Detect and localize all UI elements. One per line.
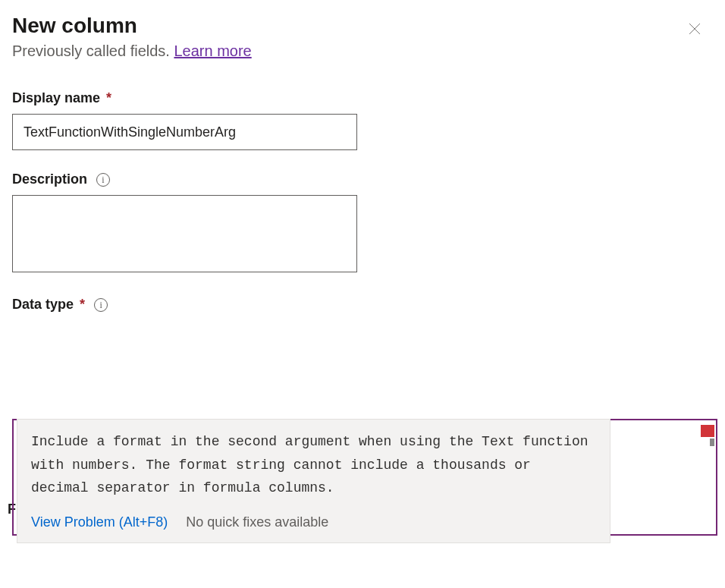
info-icon[interactable]: i — [96, 173, 110, 187]
display-name-input[interactable] — [12, 114, 357, 150]
error-marker — [701, 425, 714, 437]
close-button[interactable] — [683, 17, 707, 41]
description-group: Description i — [12, 171, 713, 275]
learn-more-link[interactable]: Learn more — [174, 42, 251, 59]
no-quick-fixes-text: No quick fixes available — [186, 511, 328, 534]
scrollbar-thumb[interactable] — [710, 439, 714, 446]
data-type-label: Data type* i — [12, 297, 713, 313]
tooltip-container: F Include a format in the second argumen… — [12, 419, 713, 536]
description-input[interactable] — [12, 195, 357, 272]
tooltip-message: Include a format in the second argument … — [31, 430, 596, 500]
info-icon[interactable]: i — [94, 298, 108, 312]
display-name-label-text: Display name — [12, 90, 100, 106]
subtitle-text: Previously called fields. — [12, 42, 174, 59]
display-name-group: Display name* — [12, 90, 713, 150]
tooltip-actions: View Problem (Alt+F8) No quick fixes ava… — [31, 511, 596, 534]
required-indicator: * — [80, 297, 85, 313]
view-problem-link[interactable]: View Problem (Alt+F8) — [31, 511, 168, 534]
panel-title: New column — [12, 14, 252, 38]
panel-subtitle: Previously called fields. Learn more — [12, 42, 252, 60]
data-type-group: Data type* i — [12, 297, 713, 313]
description-label-text: Description — [12, 171, 87, 187]
error-tooltip: Include a format in the second argument … — [17, 419, 610, 543]
description-label: Description i — [12, 171, 713, 187]
required-indicator: * — [106, 90, 111, 106]
close-icon — [687, 21, 702, 36]
display-name-label: Display name* — [12, 90, 713, 106]
data-type-label-text: Data type — [12, 297, 74, 313]
